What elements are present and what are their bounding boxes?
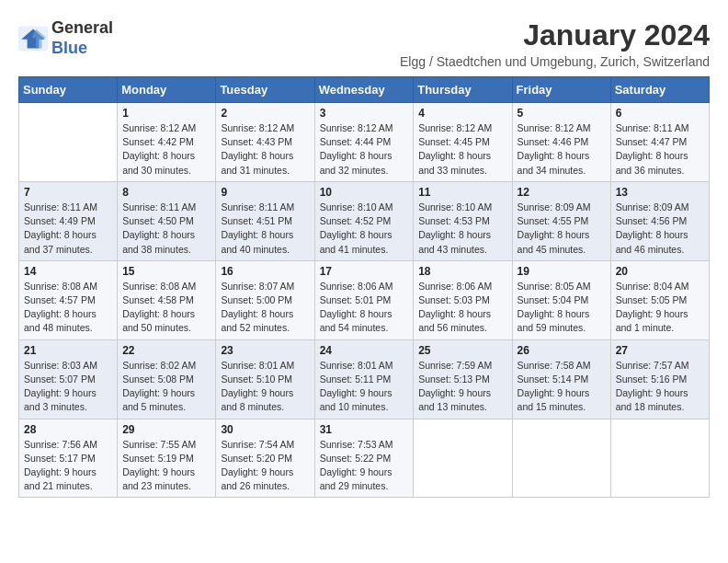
day-info: Sunrise: 7:55 AMSunset: 5:19 PMDaylight:… bbox=[122, 438, 210, 494]
day-info: Sunrise: 7:54 AMSunset: 5:20 PMDaylight:… bbox=[221, 438, 309, 494]
day-info: Sunrise: 8:04 AMSunset: 5:05 PMDaylight:… bbox=[616, 280, 704, 336]
day-info: Sunrise: 8:11 AMSunset: 4:51 PMDaylight:… bbox=[221, 201, 309, 257]
day-number: 8 bbox=[122, 186, 210, 199]
day-number: 11 bbox=[418, 186, 506, 199]
day-info: Sunrise: 7:57 AMSunset: 5:16 PMDaylight:… bbox=[616, 359, 704, 415]
title-area: January 2024 Elgg / Staedtchen und Umgeb… bbox=[400, 18, 710, 69]
day-number: 9 bbox=[221, 186, 309, 199]
calendar-cell: 31Sunrise: 7:53 AMSunset: 5:22 PMDayligh… bbox=[314, 419, 414, 498]
calendar-cell: 2Sunrise: 8:12 AMSunset: 4:43 PMDaylight… bbox=[216, 103, 314, 182]
calendar-cell: 9Sunrise: 8:11 AMSunset: 4:51 PMDaylight… bbox=[216, 181, 314, 260]
day-number: 31 bbox=[320, 423, 409, 436]
calendar-cell: 3Sunrise: 8:12 AMSunset: 4:44 PMDaylight… bbox=[314, 103, 414, 182]
logo: General Blue bbox=[18, 18, 113, 58]
day-info: Sunrise: 8:01 AMSunset: 5:11 PMDaylight:… bbox=[320, 359, 409, 415]
calendar-cell: 10Sunrise: 8:10 AMSunset: 4:52 PMDayligh… bbox=[314, 181, 414, 260]
logo-text: General Blue bbox=[51, 18, 113, 58]
day-info: Sunrise: 7:58 AMSunset: 5:14 PMDaylight:… bbox=[518, 359, 606, 415]
calendar-cell: 1Sunrise: 8:12 AMSunset: 4:42 PMDaylight… bbox=[118, 103, 216, 182]
calendar-header: SundayMondayTuesdayWednesdayThursdayFrid… bbox=[19, 77, 710, 103]
calendar-cell bbox=[512, 419, 610, 498]
calendar-cell: 18Sunrise: 8:06 AMSunset: 5:03 PMDayligh… bbox=[414, 260, 512, 339]
day-info: Sunrise: 7:56 AMSunset: 5:17 PMDaylight:… bbox=[24, 438, 112, 494]
calendar-cell: 12Sunrise: 8:09 AMSunset: 4:55 PMDayligh… bbox=[512, 181, 610, 260]
calendar-cell: 11Sunrise: 8:10 AMSunset: 4:53 PMDayligh… bbox=[414, 181, 512, 260]
calendar-cell: 8Sunrise: 8:11 AMSunset: 4:50 PMDaylight… bbox=[118, 181, 216, 260]
header-cell-monday: Monday bbox=[118, 77, 216, 103]
header-cell-sunday: Sunday bbox=[19, 77, 118, 103]
day-info: Sunrise: 8:09 AMSunset: 4:56 PMDaylight:… bbox=[616, 201, 704, 257]
header-row: SundayMondayTuesdayWednesdayThursdayFrid… bbox=[19, 77, 710, 103]
day-info: Sunrise: 8:12 AMSunset: 4:45 PMDaylight:… bbox=[418, 121, 506, 178]
calendar-cell: 20Sunrise: 8:04 AMSunset: 5:05 PMDayligh… bbox=[610, 260, 709, 339]
calendar-row-5: 28Sunrise: 7:56 AMSunset: 5:17 PMDayligh… bbox=[19, 419, 710, 498]
day-number: 29 bbox=[122, 423, 210, 436]
calendar-cell: 15Sunrise: 8:08 AMSunset: 4:58 PMDayligh… bbox=[118, 260, 216, 339]
day-number: 21 bbox=[24, 344, 112, 357]
calendar-cell: 4Sunrise: 8:12 AMSunset: 4:45 PMDaylight… bbox=[414, 103, 512, 182]
calendar-cell: 27Sunrise: 7:57 AMSunset: 5:16 PMDayligh… bbox=[610, 339, 709, 419]
calendar-cell bbox=[414, 419, 512, 498]
day-number: 4 bbox=[418, 107, 506, 120]
calendar-cell bbox=[19, 103, 118, 182]
day-number: 16 bbox=[221, 265, 309, 278]
day-number: 22 bbox=[122, 344, 210, 357]
calendar-cell: 23Sunrise: 8:01 AMSunset: 5:10 PMDayligh… bbox=[216, 339, 314, 419]
calendar-cell: 24Sunrise: 8:01 AMSunset: 5:11 PMDayligh… bbox=[314, 339, 414, 419]
calendar-cell: 25Sunrise: 7:59 AMSunset: 5:13 PMDayligh… bbox=[414, 339, 512, 419]
day-info: Sunrise: 8:03 AMSunset: 5:07 PMDaylight:… bbox=[24, 359, 112, 415]
location-subtitle: Elgg / Staedtchen und Umgebung, Zurich, … bbox=[400, 54, 710, 69]
calendar-cell: 22Sunrise: 8:02 AMSunset: 5:08 PMDayligh… bbox=[118, 339, 216, 419]
day-info: Sunrise: 8:10 AMSunset: 4:53 PMDaylight:… bbox=[418, 201, 506, 257]
day-number: 19 bbox=[518, 265, 606, 278]
calendar-cell: 5Sunrise: 8:12 AMSunset: 4:46 PMDaylight… bbox=[512, 103, 610, 182]
day-number: 5 bbox=[518, 107, 606, 120]
header-cell-thursday: Thursday bbox=[414, 77, 512, 103]
day-number: 17 bbox=[320, 265, 409, 278]
calendar-cell: 29Sunrise: 7:55 AMSunset: 5:19 PMDayligh… bbox=[118, 419, 216, 498]
day-info: Sunrise: 8:05 AMSunset: 5:04 PMDaylight:… bbox=[518, 280, 606, 336]
day-info: Sunrise: 8:12 AMSunset: 4:43 PMDaylight:… bbox=[221, 121, 309, 178]
day-info: Sunrise: 8:12 AMSunset: 4:44 PMDaylight:… bbox=[320, 121, 409, 178]
calendar-row-4: 21Sunrise: 8:03 AMSunset: 5:07 PMDayligh… bbox=[19, 339, 710, 419]
day-number: 12 bbox=[518, 186, 606, 199]
calendar-cell: 19Sunrise: 8:05 AMSunset: 5:04 PMDayligh… bbox=[512, 260, 610, 339]
calendar-cell bbox=[610, 419, 709, 498]
day-info: Sunrise: 8:07 AMSunset: 5:00 PMDaylight:… bbox=[221, 280, 309, 336]
day-number: 28 bbox=[24, 423, 112, 436]
day-info: Sunrise: 8:11 AMSunset: 4:50 PMDaylight:… bbox=[122, 201, 210, 257]
day-number: 23 bbox=[221, 344, 309, 357]
header-cell-friday: Friday bbox=[512, 77, 610, 103]
day-info: Sunrise: 8:09 AMSunset: 4:55 PMDaylight:… bbox=[518, 201, 606, 257]
calendar-row-2: 7Sunrise: 8:11 AMSunset: 4:49 PMDaylight… bbox=[19, 181, 710, 260]
calendar-cell: 16Sunrise: 8:07 AMSunset: 5:00 PMDayligh… bbox=[216, 260, 314, 339]
day-info: Sunrise: 8:12 AMSunset: 4:46 PMDaylight:… bbox=[518, 121, 606, 178]
day-number: 10 bbox=[320, 186, 409, 199]
calendar-cell: 13Sunrise: 8:09 AMSunset: 4:56 PMDayligh… bbox=[610, 181, 709, 260]
day-number: 27 bbox=[616, 344, 704, 357]
day-number: 13 bbox=[616, 186, 704, 199]
day-info: Sunrise: 8:01 AMSunset: 5:10 PMDaylight:… bbox=[221, 359, 309, 415]
day-number: 3 bbox=[320, 107, 409, 120]
page-header: General Blue January 2024 Elgg / Staedtc… bbox=[18, 18, 710, 69]
calendar-cell: 6Sunrise: 8:11 AMSunset: 4:47 PMDaylight… bbox=[610, 103, 709, 182]
day-info: Sunrise: 8:11 AMSunset: 4:47 PMDaylight:… bbox=[616, 121, 704, 178]
day-number: 14 bbox=[24, 265, 112, 278]
day-info: Sunrise: 7:53 AMSunset: 5:22 PMDaylight:… bbox=[320, 438, 409, 494]
calendar-cell: 26Sunrise: 7:58 AMSunset: 5:14 PMDayligh… bbox=[512, 339, 610, 419]
calendar-cell: 28Sunrise: 7:56 AMSunset: 5:17 PMDayligh… bbox=[19, 419, 118, 498]
day-info: Sunrise: 8:10 AMSunset: 4:52 PMDaylight:… bbox=[320, 201, 409, 257]
logo-icon bbox=[18, 26, 48, 52]
calendar-cell: 7Sunrise: 8:11 AMSunset: 4:49 PMDaylight… bbox=[19, 181, 118, 260]
calendar-table: SundayMondayTuesdayWednesdayThursdayFrid… bbox=[18, 76, 710, 498]
header-cell-saturday: Saturday bbox=[610, 77, 709, 103]
calendar-cell: 21Sunrise: 8:03 AMSunset: 5:07 PMDayligh… bbox=[19, 339, 118, 419]
day-number: 18 bbox=[418, 265, 506, 278]
day-info: Sunrise: 8:08 AMSunset: 4:58 PMDaylight:… bbox=[122, 280, 210, 336]
calendar-row-1: 1Sunrise: 8:12 AMSunset: 4:42 PMDaylight… bbox=[19, 103, 710, 182]
day-number: 15 bbox=[122, 265, 210, 278]
header-cell-wednesday: Wednesday bbox=[314, 77, 414, 103]
day-number: 24 bbox=[320, 344, 409, 357]
day-info: Sunrise: 8:12 AMSunset: 4:42 PMDaylight:… bbox=[122, 121, 210, 178]
day-number: 7 bbox=[24, 186, 112, 199]
